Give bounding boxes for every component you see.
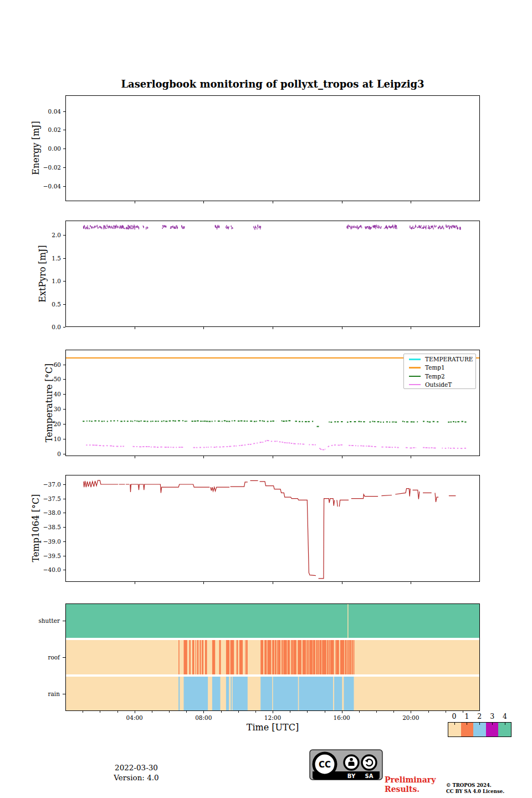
- x-tick-mark: [203, 456, 204, 458]
- extpyro-point: [128, 225, 129, 227]
- copyright-line2: CC BY SA 4.0 License.: [446, 789, 504, 795]
- roof-stripe: [335, 640, 336, 674]
- legend-label: OutsideT: [425, 381, 452, 388]
- extpyro-point: [420, 227, 421, 228]
- preliminary-results-note: Preliminary Results.: [385, 775, 436, 794]
- roof-stripe: [275, 640, 277, 674]
- extpyro-point: [432, 226, 433, 227]
- roof-stripe: [303, 640, 306, 674]
- x-tick-mark: [411, 582, 411, 584]
- extpyro-point: [433, 227, 434, 229]
- x-tick-mark: [273, 327, 273, 329]
- roof-stripe: [197, 640, 199, 674]
- outsidet-dash: [325, 449, 325, 449]
- y-tick-mark: [63, 556, 65, 556]
- roof-stripe: [336, 640, 339, 674]
- extpyro-point: [162, 228, 163, 229]
- shutter-band: [65, 603, 480, 638]
- y-tick-mark: [63, 409, 65, 410]
- extpyro-point: [108, 226, 109, 228]
- extpyro-point: [381, 226, 382, 228]
- y-tick-label: −40.0: [31, 566, 61, 573]
- roof-stripe: [178, 640, 180, 674]
- x-minor-tick-mark: [255, 711, 256, 713]
- roof-stripe: [291, 640, 291, 674]
- roof-stripe: [330, 640, 334, 674]
- colorbar-label: 2: [477, 713, 482, 720]
- roof-stripe: [202, 640, 203, 674]
- x-tick-mark: [342, 456, 342, 458]
- extpyro-point: [451, 226, 452, 227]
- y-tick-label: 60: [31, 361, 61, 368]
- roof-stripe: [329, 640, 330, 674]
- legend-item-temp1: Temp1: [404, 364, 475, 371]
- roof-stripe: [272, 640, 274, 674]
- row-label-rain: rain: [22, 690, 60, 697]
- y-tick-mark: [63, 570, 65, 570]
- y-tick-mark: [63, 304, 65, 305]
- x-tick-mark: [203, 327, 204, 329]
- extpyro-point: [367, 226, 369, 227]
- extpyro-point: [231, 226, 232, 227]
- y-tick-mark: [63, 657, 65, 658]
- legend-label: Temp1: [425, 364, 445, 371]
- x-minor-tick-mark: [393, 711, 394, 713]
- roof-stripe: [196, 640, 196, 674]
- extpyro-point: [226, 226, 227, 228]
- status-plot-canvas: [65, 603, 480, 711]
- y-tick-mark: [63, 258, 65, 259]
- roof-stripe: [322, 640, 326, 674]
- extpyro-point: [456, 226, 457, 227]
- preliminary-line1: Preliminary: [385, 775, 436, 785]
- extpyro-point: [358, 227, 359, 229]
- roof-stripe: [282, 640, 283, 674]
- extpyro-point: [361, 227, 362, 228]
- extpyro-point: [98, 227, 99, 229]
- x-axis-label: Time [UTC]: [247, 722, 299, 733]
- roof-stripe: [316, 640, 318, 674]
- x-tick-mark: [411, 201, 411, 203]
- x-minor-tick-mark: [376, 711, 377, 713]
- roof-stripe: [352, 640, 353, 674]
- roof-stripe: [246, 640, 248, 674]
- y-tick-label: −38.0: [31, 509, 61, 516]
- extpyro-point: [460, 227, 461, 230]
- rain-segment: [178, 677, 180, 711]
- extpyro-point: [232, 228, 233, 229]
- x-tick-mark: [135, 327, 135, 329]
- extpyro-point: [124, 228, 125, 229]
- x-minor-tick-mark: [221, 711, 222, 713]
- extpyro-point: [123, 226, 124, 228]
- colorbar-tick-mark: [492, 723, 493, 725]
- by-text: BY: [347, 773, 356, 779]
- x-minor-tick-mark: [83, 711, 83, 713]
- rain-segment: [212, 677, 221, 711]
- y-tick-mark: [63, 499, 65, 499]
- extpyro-point: [395, 227, 396, 229]
- rain-segment: [233, 677, 248, 711]
- extpyro-point: [114, 226, 115, 227]
- y-tick-label: 30: [31, 406, 61, 412]
- roof-stripe: [205, 640, 207, 674]
- roof-stripe: [347, 640, 349, 674]
- extpyro-point: [97, 225, 98, 227]
- roof-stripe: [237, 640, 238, 674]
- x-minor-tick-mark: [446, 711, 446, 713]
- extpyro-point: [112, 228, 114, 229]
- extpyro-point: [429, 227, 430, 229]
- x-tick-mark: [342, 201, 342, 203]
- x-tick-label: 16:00: [328, 714, 356, 721]
- x-tick-mark: [203, 711, 204, 713]
- rain-segment: [184, 677, 208, 711]
- version-text: Version: 4.0: [100, 773, 173, 783]
- figure-title: Laserlogbook monitoring of pollyxt_tropo…: [121, 78, 424, 90]
- y-tick-label: −37.5: [31, 495, 61, 502]
- temperature-y-label: Temperature [°C]: [44, 364, 54, 443]
- extpyro-point: [375, 227, 376, 229]
- cc-text: CC: [319, 760, 331, 770]
- extpyro-point: [448, 226, 449, 227]
- x-tick-mark: [203, 582, 204, 584]
- extpyro-point: [134, 227, 135, 229]
- temp1064-line: [84, 480, 456, 579]
- roof-stripe: [292, 640, 293, 674]
